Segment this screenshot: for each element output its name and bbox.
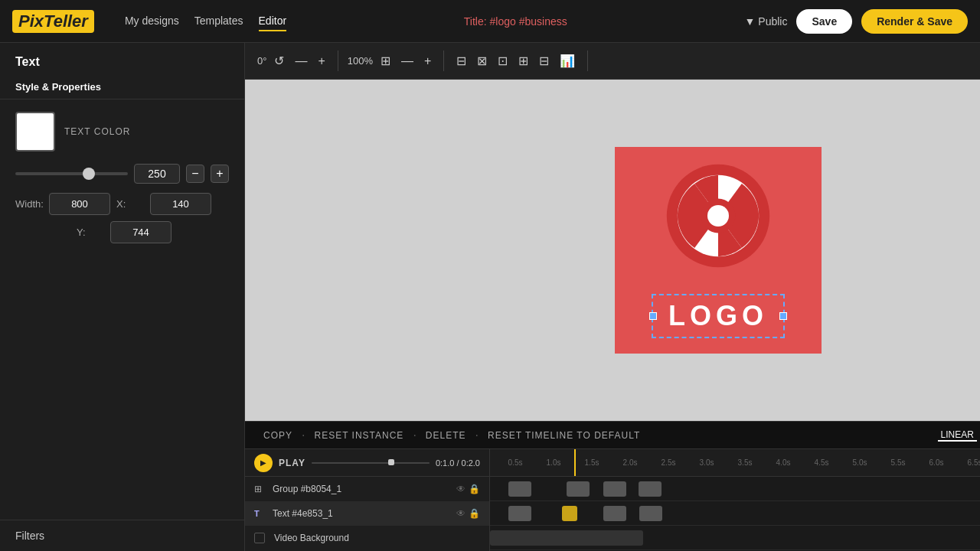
layer-group-name: Group #b8054_1 <box>273 484 450 494</box>
layer-group-actions: 👁 🔒 <box>456 484 480 494</box>
render-save-button[interactable]: Render & Save <box>861 9 968 34</box>
handle-middle-right[interactable] <box>779 312 787 320</box>
align-group: ⊟ ⊠ ⊡ ⊞ ⊟ 📊 <box>453 51 588 71</box>
text-color-swatch[interactable] <box>15 112 55 152</box>
block-text-3[interactable] <box>639 506 662 521</box>
width-input[interactable] <box>49 193 110 215</box>
size-slider-row: − + <box>15 164 229 184</box>
layer-text[interactable]: T Text #4e853_1 👁 🔒 <box>245 501 489 526</box>
nav-editor[interactable]: Editor <box>259 11 287 31</box>
ruler-9: 5.0s <box>841 458 879 467</box>
align-left-button[interactable]: ⊟ <box>453 51 469 71</box>
layer-group-lock[interactable]: 🔒 <box>469 484 480 494</box>
y-row: Y: <box>15 221 229 243</box>
y-field: Y: <box>77 221 172 243</box>
action-copy[interactable]: COPY <box>257 430 299 441</box>
toolbar-top: 0° ↺ — + 100% ⊞ — + ⊟ ⊠ ⊡ ⊞ ⊟ 📊 ↩ ↪ <box>245 43 980 80</box>
rotation-value: 0° <box>257 55 266 67</box>
ruler-4: 2.5s <box>649 458 688 467</box>
logo-text-selection: LOGO <box>652 294 785 338</box>
block-group-2[interactable] <box>567 481 590 497</box>
play-time: 0:1.0 / 0:2.0 <box>436 458 480 468</box>
y-label: Y: <box>77 227 107 238</box>
zoom-increase[interactable]: + <box>421 51 434 71</box>
chart-button[interactable]: 📊 <box>557 51 578 71</box>
size-slider[interactable] <box>15 172 128 175</box>
action-reset-timeline[interactable]: RESET TIMELINE TO DEFAULT <box>482 430 646 441</box>
save-button[interactable]: Save <box>796 9 852 34</box>
zoom-group: 100% ⊞ — + <box>348 51 445 71</box>
action-delete[interactable]: DELETE <box>420 430 472 441</box>
handle-middle-left[interactable] <box>649 312 657 320</box>
logo[interactable]: PixTeller <box>12 10 94 33</box>
ruler-6: 3.5s <box>726 458 764 467</box>
ease-linear[interactable]: LINEAR <box>938 429 977 442</box>
play-progress-bar <box>312 462 430 464</box>
title-value: #logo #business <box>490 15 567 28</box>
size-increase-button[interactable]: + <box>211 165 229 183</box>
timeline-body: ▶ PLAY 0:1.0 / 0:2.0 ⊞ Group #b8054_1 👁 <box>245 449 980 551</box>
logo-text: PixTeller <box>12 10 94 33</box>
title-prefix: Title: <box>464 15 487 28</box>
playhead[interactable] <box>574 449 576 476</box>
timeline-actions: COPY · RESET INSTANCE · DELETE · RESET T… <box>245 422 980 449</box>
ruler-7: 4.0s <box>764 458 802 467</box>
ruler-10: 5.5s <box>879 458 917 467</box>
rotation-group: 0° ↺ — + <box>257 51 338 71</box>
timeline-tracks <box>490 477 980 550</box>
public-button[interactable]: ▼ Public <box>744 15 787 28</box>
block-group-3[interactable] <box>603 481 626 497</box>
track-group <box>490 477 980 501</box>
rotation-decrease[interactable]: — <box>292 51 310 71</box>
width-label: Width: <box>15 198 46 210</box>
x-field: X: <box>116 193 211 215</box>
nav-links: My designs Templates Editor <box>125 11 286 31</box>
align-right-button[interactable]: ⊡ <box>495 51 511 71</box>
color-row: TEXT COLOR <box>15 112 229 152</box>
timeline-controls: ▶ PLAY 0:1.0 / 0:2.0 <box>245 449 489 477</box>
slider-thumb <box>83 168 95 180</box>
nav-templates[interactable]: Templates <box>194 11 243 31</box>
nav-my-designs[interactable]: My designs <box>125 11 179 31</box>
timeline-layers: ▶ PLAY 0:1.0 / 0:2.0 ⊞ Group #b8054_1 👁 <box>245 449 490 551</box>
size-decrease-button[interactable]: − <box>186 165 204 183</box>
align-top-button[interactable]: ⊞ <box>515 51 531 71</box>
rotation-increase[interactable]: + <box>315 51 328 71</box>
block-video[interactable] <box>490 530 643 546</box>
y-input[interactable] <box>110 221 172 243</box>
block-text-yellow[interactable] <box>562 506 577 521</box>
layer-group-visibility[interactable]: 👁 <box>456 484 466 494</box>
dimension-row: Width: X: <box>15 193 229 215</box>
layer-video[interactable]: Video Background <box>245 526 489 550</box>
rotate-button[interactable]: ↺ <box>271 51 287 71</box>
action-reset-instance[interactable]: RESET INSTANCE <box>308 430 410 441</box>
align-middle-button[interactable]: ⊟ <box>536 51 552 71</box>
canvas-wrapper: Design <box>245 80 980 421</box>
x-label: X: <box>116 198 147 210</box>
timeline-tracks-area: 0.5s 1.0s 1.5s 2.0s 2.5s 3.0s 3.5s 4.0s … <box>490 449 980 551</box>
layer-text-visibility[interactable]: 👁 <box>456 508 466 519</box>
style-properties-title: Style & Properties <box>0 75 244 99</box>
x-input[interactable] <box>150 193 211 215</box>
size-input[interactable] <box>134 164 180 184</box>
title-area: Title: #logo #business <box>305 15 726 28</box>
layer-group[interactable]: ⊞ Group #b8054_1 👁 🔒 <box>245 477 489 501</box>
ruler-3: 2.0s <box>611 458 649 467</box>
block-group-1[interactable] <box>508 481 531 497</box>
ruler-1: 1.0s <box>534 458 573 467</box>
width-field: Width: <box>15 193 110 215</box>
align-center-button[interactable]: ⊠ <box>474 51 490 71</box>
text-icon: T <box>254 509 266 518</box>
play-button[interactable]: ▶ <box>254 454 273 472</box>
text-color-label: TEXT COLOR <box>64 126 130 137</box>
video-checkbox[interactable] <box>254 533 265 543</box>
block-text-1[interactable] <box>508 506 531 521</box>
main-layout: Text Style & Properties TEXT COLOR − + W… <box>0 43 980 551</box>
right-nav: ▼ Public Save Render & Save <box>744 9 968 34</box>
camera-aperture-icon <box>665 162 772 269</box>
block-group-4[interactable] <box>639 481 662 497</box>
layer-text-lock[interactable]: 🔒 <box>469 508 480 519</box>
ruler-8: 4.5s <box>802 458 841 467</box>
zoom-decrease[interactable]: — <box>398 51 416 71</box>
block-text-2[interactable] <box>603 506 626 521</box>
